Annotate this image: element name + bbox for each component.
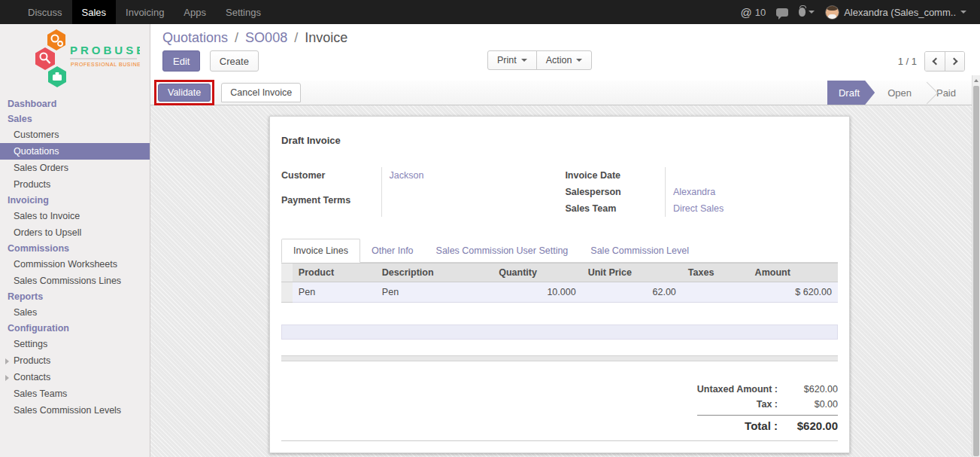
salesperson-value[interactable]: Alexandra [665, 184, 838, 200]
messages-icon[interactable] [776, 8, 788, 17]
sidebar-item-reports-sales[interactable]: Sales [0, 304, 150, 321]
payment-terms-label: Payment Terms [281, 192, 381, 217]
sidebar-item-config-products[interactable]: Products [0, 352, 150, 369]
print-dropdown-button[interactable]: Print [487, 50, 537, 70]
tax-value: $0.00 [778, 399, 838, 410]
sales-team-value[interactable]: Direct Sales [665, 200, 838, 217]
tab-other-info[interactable]: Other Info [360, 239, 425, 262]
activities-counter[interactable]: @ 10 [740, 6, 766, 19]
invoice-fields: Customer Jackson Payment Terms Invoice D… [281, 167, 838, 217]
topbar-menu-sales[interactable]: Sales [72, 0, 117, 24]
debug-menu[interactable] [799, 8, 815, 17]
sidebar-item-sales-orders[interactable]: Sales Orders [0, 160, 150, 176]
user-menu[interactable]: Alexandra (Sales_comm.. [825, 5, 966, 20]
scrollbar-up-button[interactable] [972, 75, 980, 85]
untaxed-amount-label: Untaxed Amount : [641, 384, 778, 395]
action-dropdown-button[interactable]: Action [536, 50, 593, 70]
sidebar-item-orders-to-upsell[interactable]: Orders to Upsell [0, 224, 150, 241]
breadcrumb-quotations[interactable]: Quotations [162, 30, 228, 45]
tax-label: Tax : [641, 399, 778, 410]
invoice-title: Draft Invoice [281, 135, 838, 146]
scroll-up-icon [974, 79, 978, 82]
sidebar-section-commissions[interactable]: Commissions [0, 241, 150, 256]
column-taxes[interactable]: Taxes [682, 264, 749, 282]
column-description[interactable]: Description [376, 264, 493, 282]
breadcrumb: Quotations / SO008 / Invoice [162, 30, 980, 46]
sidebar: PROBUSE PROFESSIONAL BUSINESS Dashboard … [0, 24, 150, 457]
chevron-down-icon [809, 11, 815, 14]
column-amount[interactable]: Amount [749, 264, 838, 282]
breadcrumb-separator: / [294, 30, 298, 45]
at-icon: @ [740, 6, 751, 19]
status-step-draft[interactable]: Draft [827, 81, 875, 105]
table-gutter [281, 264, 293, 282]
total-label: Total : [641, 419, 778, 432]
expand-arrow-icon [5, 358, 9, 364]
actions-row: Edit Create Print Action 1 / 1 [162, 50, 980, 81]
print-label: Print [497, 55, 517, 66]
sidebar-item-sales-commission-levels[interactable]: Sales Commission Levels [0, 402, 150, 419]
pager-next-button[interactable] [945, 52, 964, 71]
cancel-invoice-button[interactable]: Cancel Invoice [221, 83, 301, 102]
invoice-lines-table: Product Description Quantity Unit Price … [281, 263, 838, 303]
pager-buttons [924, 51, 965, 72]
topbar-menu-discuss[interactable]: Discuss [18, 0, 72, 24]
topbar-menu-invoicing[interactable]: Invoicing [116, 0, 174, 24]
sidebar-item-quotations[interactable]: Quotations [0, 143, 150, 160]
sidebar-item-commission-worksheets[interactable]: Commission Worksheets [0, 256, 150, 273]
totals-divider [697, 415, 838, 416]
sidebar-item-sales-commissions-lines[interactable]: Sales Commissions Lines [0, 273, 150, 289]
sidebar-item-sales-to-invoice[interactable]: Sales to Invoice [0, 208, 150, 224]
column-quantity[interactable]: Quantity [493, 264, 581, 282]
statusbar: Draft Open Paid [827, 81, 969, 105]
company-logo[interactable]: PROBUSE PROFESSIONAL BUSINESS [0, 24, 150, 96]
action-label: Action [546, 55, 572, 66]
column-product[interactable]: Product [293, 264, 376, 282]
topbar-menu-settings[interactable]: Settings [216, 0, 271, 24]
chevron-right-icon [950, 58, 957, 66]
sidebar-section-reports[interactable]: Reports [0, 289, 150, 304]
sidebar-section-invoicing[interactable]: Invoicing [0, 193, 150, 208]
edit-button[interactable]: Edit [162, 50, 200, 72]
totals-block: Untaxed Amount : $620.00 Tax : $0.00 Tot… [641, 382, 838, 434]
sidebar-item-products[interactable]: Products [0, 176, 150, 193]
customer-value[interactable]: Jackson [381, 167, 554, 192]
tab-sale-commission-level[interactable]: Sale Commission Level [579, 239, 700, 262]
cell-amount: $ 620.00 [749, 282, 838, 303]
sidebar-item-customers[interactable]: Customers [0, 126, 150, 143]
column-unit-price[interactable]: Unit Price [582, 264, 682, 282]
field-group-right: Invoice Date Salesperson Alexandra Sales… [565, 167, 838, 217]
field-group-left: Customer Jackson Payment Terms [281, 167, 554, 217]
breadcrumb-separator: / [235, 30, 238, 45]
untaxed-amount-value: $620.00 [778, 384, 838, 395]
scrollbar-thumb[interactable] [973, 86, 979, 456]
table-gutter [281, 282, 293, 303]
sidebar-item-config-contacts[interactable]: Contacts [0, 369, 150, 385]
sidebar-section-dashboard[interactable]: Dashboard [0, 96, 150, 111]
tab-sales-commission-user-setting[interactable]: Sales Commission User Setting [425, 239, 580, 262]
pager-previous-button[interactable] [925, 52, 945, 71]
main-area: Quotations / SO008 / Invoice Edit Create… [150, 24, 980, 457]
breadcrumb-so008[interactable]: SO008 [245, 30, 287, 45]
notebook-tabs: Invoice Lines Other Info Sales Commissio… [281, 239, 838, 263]
sales-team-label: Sales Team [565, 200, 665, 217]
tab-invoice-lines[interactable]: Invoice Lines [281, 239, 360, 263]
sidebar-item-settings[interactable]: Settings [0, 336, 150, 352]
sidebar-section-sales[interactable]: Sales [0, 111, 150, 126]
validate-button[interactable]: Validate [158, 84, 211, 102]
pager: 1 / 1 [898, 51, 965, 72]
svg-text:PROFESSIONAL BUSINESS: PROFESSIONAL BUSINESS [71, 62, 140, 67]
vertical-scrollbar[interactable] [972, 75, 980, 457]
sidebar-item-sales-teams[interactable]: Sales Teams [0, 385, 150, 402]
chevron-down-icon [960, 11, 966, 14]
invoice-date-label: Invoice Date [565, 167, 665, 184]
payment-terms-value [381, 192, 554, 217]
logo-hexagon-gear [47, 29, 65, 50]
invoice-sheet: Draft Invoice Customer Jackson Payment T… [269, 116, 850, 453]
create-button[interactable]: Create [210, 50, 259, 72]
table-row[interactable]: Pen Pen 10.000 62.00 $ 620.00 [281, 282, 838, 303]
sidebar-section-configuration[interactable]: Configuration [0, 321, 150, 336]
pager-counter: 1 / 1 [898, 56, 917, 67]
topbar: Discuss Sales Invoicing Apps Settings @ … [0, 0, 980, 24]
topbar-menu-apps[interactable]: Apps [174, 0, 216, 24]
